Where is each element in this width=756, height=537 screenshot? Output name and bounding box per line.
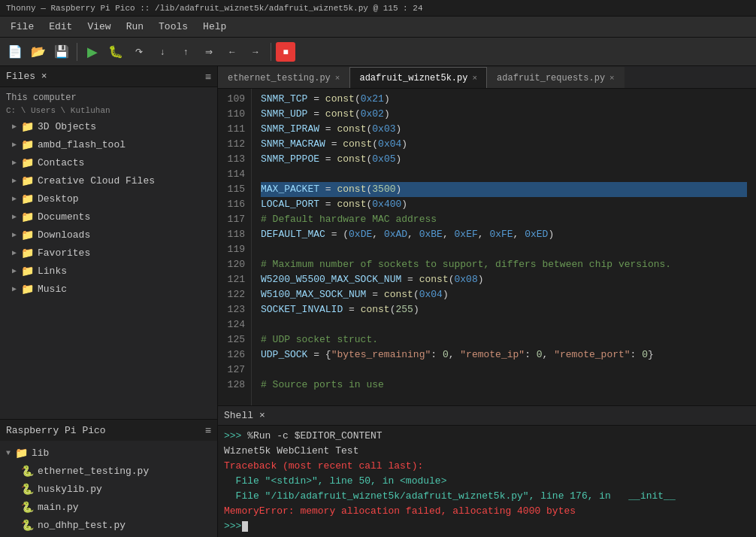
toolbar: 📄 📂 💾 ▶ 🐛 ↷ ↓ ↑ ⇒ ← → ■: [0, 38, 756, 66]
shell-output-1: Wiznet5k WebClient Test: [224, 444, 750, 459]
code-line-109: SNMR_TCP = const(0x21): [261, 92, 747, 107]
py-icon: 🐍: [21, 483, 35, 496]
step-into-button[interactable]: ↓: [152, 41, 173, 62]
shell-cursor: [242, 521, 248, 532]
this-computer-title: This computer: [0, 90, 217, 105]
stop-button[interactable]: ■: [276, 42, 295, 62]
folder-favorites[interactable]: ▶ 📁 Favorites: [0, 244, 217, 262]
arrow-icon: ▶: [12, 266, 21, 275]
pico-file-no-dhhp[interactable]: 🐍 no_dhhp_test.py: [0, 516, 217, 534]
folder-contacts[interactable]: ▶ 📁 Contacts: [0, 153, 217, 171]
folder-links[interactable]: ▶ 📁 Links: [0, 262, 217, 280]
titlebar: Thonny — Raspberry Pi Pico :: /lib/adafr…: [0, 0, 756, 17]
code-line-124: [261, 317, 747, 332]
tab-requests[interactable]: adafruit_requests.py ×: [487, 67, 624, 88]
resume-button[interactable]: ⇒: [198, 41, 219, 62]
folder-icon: 📁: [21, 283, 35, 296]
code-line-110: SNMR_UDP = const(0x02): [261, 107, 747, 122]
pico-menu-button[interactable]: ≡: [205, 424, 211, 436]
arrow-icon: ▶: [12, 248, 21, 257]
sidebar: Files × ≡ This computer C: \ Users \ Kut…: [0, 66, 218, 537]
menu-help[interactable]: Help: [195, 19, 234, 35]
folder-creative-cloud[interactable]: ▶ 📁 Creative Cloud Files: [0, 171, 217, 190]
files-header: Files × ≡: [0, 66, 217, 87]
folder-downloads[interactable]: ▶ 📁 Downloads: [0, 226, 217, 244]
tab-bar: ethernet_testing.py × adafruit_wiznet5k.…: [218, 66, 756, 89]
titlebar-text: Thonny — Raspberry Pi Pico :: /lib/adafr…: [6, 4, 423, 13]
folder-3d-objects[interactable]: ▶ 📁 3D Objects: [0, 117, 217, 135]
menu-tools[interactable]: Tools: [151, 19, 195, 35]
code-line-113: SNMR_PPPOE = const(0x05): [261, 152, 747, 167]
pico-file-huskylib[interactable]: 🐍 huskylib.py: [0, 480, 217, 498]
tab-ethernet[interactable]: ethernet_testing.py ×: [218, 67, 349, 88]
open-button[interactable]: 📂: [28, 41, 49, 62]
tab-close-ethernet[interactable]: ×: [335, 74, 340, 83]
folder-icon: 📁: [21, 138, 35, 151]
folder-icon: 📁: [21, 211, 35, 223]
code-line-125: # UDP socket struct.: [261, 332, 747, 347]
fwd-button[interactable]: →: [245, 41, 266, 62]
shell-header: Shell ×: [218, 406, 756, 426]
folder-icon: 📁: [21, 193, 35, 205]
py-icon: 🐍: [21, 465, 35, 478]
shell-close-button[interactable]: ×: [259, 410, 265, 421]
computer-section: This computer C: \ Users \ Kutluhan ▶ 📁 …: [0, 87, 217, 301]
folder-music[interactable]: ▶ 📁 Music: [0, 280, 217, 298]
step-out-button[interactable]: ↑: [175, 41, 196, 62]
code-line-111: SNMR_IPRAW = const(0x03): [261, 122, 747, 137]
tab-wiznet[interactable]: adafruit_wiznet5k.py ×: [349, 67, 487, 88]
toolbar-sep2: [271, 43, 271, 61]
code-line-114: [261, 167, 747, 182]
shell-output-5: MemoryError: memory allocation failed, a…: [224, 504, 750, 519]
tab-close-requests[interactable]: ×: [609, 74, 615, 83]
save-button[interactable]: 💾: [51, 41, 72, 62]
run-button[interactable]: ▶: [82, 41, 103, 62]
new-button[interactable]: 📄: [5, 41, 26, 62]
files-menu-button[interactable]: ≡: [205, 71, 211, 83]
toolbar-sep1: [77, 43, 77, 61]
shell-output-3: File "<stdin>", line 50, in <module>: [224, 474, 750, 489]
code-line-128: # Source ports in use: [261, 378, 747, 393]
code-line-122: W5100_MAX_SOCK_NUM = const(0x04): [261, 287, 747, 302]
code-line-116: LOCAL_PORT = const(0x400): [261, 197, 747, 212]
code-line-117: # Default hardware MAC address: [261, 212, 747, 227]
code-line-127: [261, 363, 747, 378]
debug-button[interactable]: 🐛: [105, 41, 126, 62]
menu-file[interactable]: File: [3, 19, 41, 35]
arrow-icon: ▶: [12, 194, 21, 203]
code-line-115: MAX_PACKET = const(3500): [261, 182, 747, 197]
tab-close-wiznet[interactable]: ×: [472, 74, 477, 83]
files-panel: Files × ≡ This computer C: \ Users \ Kut…: [0, 66, 217, 419]
code-line-119: [261, 242, 747, 257]
shell-output-4: File "/lib/adafruit_wiznet5k/adafruit_wi…: [224, 489, 750, 504]
code-line-123: SOCKET_INVALID = const(255): [261, 302, 747, 317]
back-button[interactable]: ←: [222, 41, 243, 62]
arrow-icon: ▶: [12, 176, 21, 185]
shell-prompt: >>>: [224, 430, 241, 441]
pico-file-main[interactable]: 🐍 main.py: [0, 498, 217, 516]
folder-documents[interactable]: ▶ 📁 Documents: [0, 208, 217, 226]
code-lines[interactable]: SNMR_TCP = const(0x21) SNMR_UDP = const(…: [252, 89, 756, 405]
arrow-icon: ▶: [12, 230, 21, 239]
pico-title: Raspberry Pi Pico: [6, 425, 106, 436]
folder-icon: 📁: [21, 265, 35, 278]
menu-run[interactable]: Run: [119, 19, 151, 35]
menu-edit[interactable]: Edit: [41, 19, 80, 35]
code-line-120: # Maximum number of sockets to support, …: [261, 257, 747, 272]
computer-path: C: \ Users \ Kutluhan: [0, 105, 217, 117]
folder-icon: 📁: [21, 229, 35, 241]
code-line-126: UDP_SOCK = {"bytes_remaining": 0, "remot…: [261, 347, 747, 363]
shell-input-line: >>>: [224, 519, 750, 534]
shell-run-command: %Run -c $EDITOR_CONTENT: [247, 430, 382, 441]
shell-content[interactable]: >>> %Run -c $EDITOR_CONTENT Wiznet5k Web…: [218, 426, 756, 537]
step-over-button[interactable]: ↷: [129, 41, 150, 62]
pico-folder-lib[interactable]: ▼ 📁 lib: [0, 444, 217, 462]
shell-output-2: Traceback (most recent call last):: [224, 459, 750, 474]
code-editor[interactable]: 109 110 111 112 113 114 115 116 117 118 …: [218, 89, 756, 405]
menu-view[interactable]: View: [80, 19, 118, 35]
code-line-118: DEFAULT_MAC = (0xDE, 0xAD, 0xBE, 0xEF, 0…: [261, 227, 747, 242]
folder-ambd[interactable]: ▶ 📁 ambd_flash_tool: [0, 135, 217, 153]
folder-icon: 📁: [21, 174, 35, 187]
pico-file-ethernet[interactable]: 🐍 ethernet_testing.py: [0, 462, 217, 480]
folder-desktop[interactable]: ▶ 📁 Desktop: [0, 190, 217, 208]
